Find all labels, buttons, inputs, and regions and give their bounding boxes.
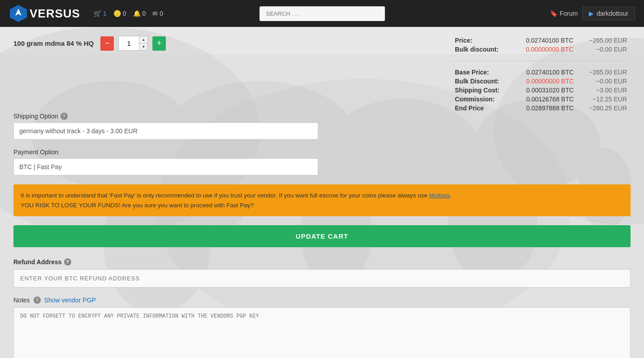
- shipping-option-label: Shipping Option ?: [13, 113, 631, 120]
- bulk-discount-row: Bulk discount: 0.00000000 BTC ~0.00 EUR: [451, 45, 631, 54]
- base-price-eur: ~265.00 EUR: [577, 68, 631, 77]
- refund-help-icon[interactable]: ?: [64, 258, 71, 266]
- price-label: Price:: [451, 36, 512, 45]
- end-price-label: End Price: [451, 104, 513, 113]
- content-wrapper: 100 gram mdma 84 % HQ − 1 ▲ ▼ +: [13, 36, 631, 358]
- quantity-down-button[interactable]: ▼: [139, 44, 147, 50]
- warning-text-2: .: [450, 192, 451, 199]
- refund-label: Refund Address ?: [13, 258, 631, 266]
- product-title: 100 gram mdma 84 % HQ: [13, 39, 94, 47]
- shipping-cost-row: Shipping Cost: 0.00031020 BTC ~3.00 EUR: [451, 86, 631, 95]
- quantity-spinner: ▲ ▼: [139, 36, 147, 50]
- price-row: Price: 0.02740100 BTC ~265.00 EUR: [451, 36, 631, 45]
- price-summary-top: Price: 0.02740100 BTC ~265.00 EUR Bulk d…: [451, 36, 631, 54]
- product-left: 100 gram mdma 84 % HQ − 1 ▲ ▼ +: [13, 36, 451, 60]
- multisig-link[interactable]: Multisig: [429, 192, 450, 199]
- shipping-select[interactable]: germany without track - 3 days - 3.00 EU…: [13, 122, 318, 140]
- refund-address-input[interactable]: [13, 269, 631, 288]
- cart-nav[interactable]: 🛒 1: [94, 10, 107, 17]
- refund-label-text: Refund Address: [13, 258, 62, 266]
- payment-select-wrapper: BTC | Fast Pay: [13, 158, 318, 175]
- warning-text-3: YOU RISK TO LOSE YOUR FUNDS! Are you sur…: [21, 202, 254, 209]
- notifications-nav[interactable]: 🔔 0: [133, 10, 146, 17]
- notes-section: Notes ? Show vendor PGP: [13, 297, 631, 358]
- cart-icon: 🛒: [94, 10, 101, 17]
- payment-select[interactable]: BTC | Fast Pay: [13, 158, 318, 175]
- shipping-label-text: Shipping Option: [13, 113, 58, 120]
- bulk-discount-summary-btc: 0.00000000 BTC: [513, 77, 577, 86]
- payment-section: Payment Option BTC | Fast Pay: [13, 148, 631, 175]
- username-label: darkdottour: [596, 10, 628, 17]
- bulk-discount-summary-label: Bulk Discount:: [451, 77, 513, 86]
- base-price-label: Base Price:: [451, 68, 513, 77]
- bookmark-icon: 🔖: [550, 10, 558, 17]
- base-price-btc: 0.02740100 BTC: [513, 68, 577, 77]
- logo[interactable]: VERSUS: [9, 4, 80, 23]
- coins-icon: 🪙: [113, 10, 121, 17]
- shipping-cost-btc: 0.00031020 BTC: [513, 86, 577, 95]
- increase-quantity-button[interactable]: +: [152, 36, 166, 51]
- search-input[interactable]: [259, 6, 385, 21]
- price-eur: ~265.00 EUR: [577, 36, 631, 45]
- notes-label: Notes ? Show vendor PGP: [13, 297, 631, 304]
- top-section: 100 gram mdma 84 % HQ − 1 ▲ ▼ +: [13, 36, 631, 113]
- coins-nav[interactable]: 🪙 0: [113, 10, 126, 17]
- commission-eur: ~12.25 EUR: [577, 95, 631, 104]
- notes-label-text: Notes: [13, 297, 30, 304]
- end-price-row: End Price 0.02897888 BTC ~280.25 EUR: [451, 104, 631, 113]
- warning-box: It is important to understand that 'Fast…: [13, 184, 631, 216]
- forum-label: Forum: [560, 10, 578, 17]
- notes-help-icon[interactable]: ?: [34, 297, 41, 304]
- decrease-quantity-button[interactable]: −: [100, 36, 114, 51]
- shipping-select-wrapper: germany without track - 3 days - 3.00 EU…: [13, 122, 318, 140]
- messages-count: 0: [160, 10, 163, 17]
- user-button[interactable]: ▶ darkdottour: [582, 7, 635, 20]
- messages-nav[interactable]: ✉ 0: [152, 10, 163, 17]
- shipping-section: Shipping Option ? germany without track …: [13, 113, 631, 140]
- header-right: 🔖 Forum ▶ darkdottour: [550, 7, 635, 20]
- commission-label: Commission:: [451, 95, 513, 104]
- price-btc: 0.02740100 BTC: [512, 36, 577, 45]
- refund-section: Refund Address ?: [13, 258, 631, 288]
- product-row: 100 gram mdma 84 % HQ − 1 ▲ ▼ +: [13, 36, 451, 51]
- end-price-eur: ~280.25 EUR: [577, 104, 631, 113]
- payment-option-label: Payment Option: [13, 148, 631, 156]
- bulk-discount-label: Bulk discount:: [451, 45, 512, 54]
- show-pgp-link[interactable]: Show vendor PGP: [44, 297, 96, 304]
- shipping-help-icon[interactable]: ?: [61, 113, 68, 120]
- notes-textarea[interactable]: [13, 307, 631, 358]
- bulk-discount-btc: 0.00000000 BTC: [512, 45, 577, 54]
- end-price-btc: 0.02897888 BTC: [513, 104, 577, 113]
- warning-text-1: It is important to understand that 'Fast…: [21, 192, 429, 199]
- commission-row: Commission: 0.00126768 BTC ~12.25 EUR: [451, 95, 631, 104]
- play-icon: ▶: [589, 10, 594, 17]
- shipping-cost-label: Shipping Cost:: [451, 86, 513, 95]
- cart-count: 1: [103, 10, 107, 17]
- logo-text: VERSUS: [30, 7, 80, 21]
- update-cart-button[interactable]: UPDATE CART: [13, 225, 631, 247]
- bulk-discount-summary-row: Bulk Discount: 0.00000000 BTC ~0.00 EUR: [451, 77, 631, 86]
- shipping-cost-eur: ~3.00 EUR: [577, 86, 631, 95]
- price-section: Price: 0.02740100 BTC ~265.00 EUR Bulk d…: [451, 36, 631, 113]
- search-container: [259, 6, 385, 21]
- price-summary-bottom: Base Price: 0.02740100 BTC ~265.00 EUR B…: [451, 68, 631, 113]
- forum-button[interactable]: 🔖 Forum: [550, 10, 578, 17]
- price-divider: [451, 61, 631, 61]
- coins-count: 0: [123, 10, 126, 17]
- quantity-input[interactable]: 1: [119, 36, 139, 50]
- header: VERSUS 🛒 1 🪙 0 🔔 0 ✉ 0 🔖 Forum ▶ darkdot…: [0, 0, 644, 27]
- bulk-discount-summary-eur: ~0.00 EUR: [577, 77, 631, 86]
- commission-btc: 0.00126768 BTC: [513, 95, 577, 104]
- bulk-discount-eur: ~0.00 EUR: [577, 45, 631, 54]
- main-content: 100 gram mdma 84 % HQ − 1 ▲ ▼ +: [0, 27, 644, 358]
- bell-icon: 🔔: [133, 10, 141, 17]
- quantity-up-button[interactable]: ▲: [139, 36, 147, 43]
- payment-label-text: Payment Option: [13, 148, 58, 156]
- quantity-input-group: 1 ▲ ▼: [118, 36, 148, 51]
- notifications-count: 0: [143, 10, 146, 17]
- envelope-icon: ✉: [152, 10, 158, 17]
- base-price-row: Base Price: 0.02740100 BTC ~265.00 EUR: [451, 68, 631, 77]
